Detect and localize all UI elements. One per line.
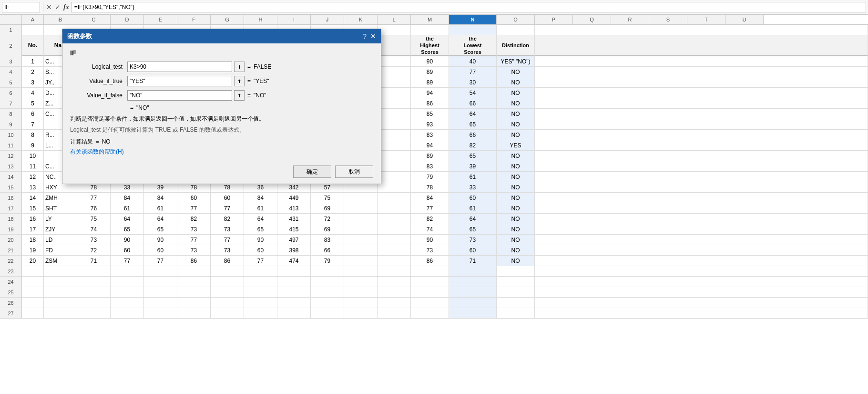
dialog-help-title-icon[interactable]: ? xyxy=(363,32,367,40)
logical-test-label: Logical_test xyxy=(70,63,127,70)
dialog-description: 判断是否满足某个条件，如果满足返回一个值，如果不满足则返回另一个值。 Logic… xyxy=(70,115,373,134)
calc-result-value: NO xyxy=(102,138,111,145)
dialog-help-link[interactable]: 有关该函数的帮助(H) xyxy=(70,148,124,155)
final-result-equals: = xyxy=(127,104,136,111)
dialog-footer: 确定 取消 xyxy=(62,162,381,184)
calc-result-row: 计算结果 ＝ NO xyxy=(70,138,373,146)
value-if-false-row: Value_if_false ⬆ = "NO" xyxy=(70,90,373,101)
value-if-true-row: Value_if_true ⬆ = "YES" xyxy=(70,76,373,86)
calc-result-label: 计算结果 ＝ xyxy=(70,138,100,145)
dialog-title-bar: 函数参数 ? ✕ xyxy=(62,29,381,43)
dialog-main-description-text: 判断是否满足某个条件，如果满足返回一个值，如果不满足则返回另一个值。 xyxy=(70,115,373,123)
value-if-false-collapse-btn[interactable]: ⬆ xyxy=(234,90,245,101)
final-result-row: = "NO" xyxy=(70,104,373,111)
value-if-true-result: "YES" xyxy=(254,78,269,84)
spreadsheet: IF ✕ ✓ fx A B C D E F G H I J K L M N O … xyxy=(0,0,868,394)
dialog-body: IF Logical_test ⬆ = FALSE Value_if_true xyxy=(62,43,381,162)
dialog-func-name: IF xyxy=(70,49,373,57)
dialog-confirm-button[interactable]: 确定 xyxy=(293,166,331,178)
value-if-false-result: "NO" xyxy=(254,92,266,99)
dialog-cancel-button[interactable]: 取消 xyxy=(335,166,373,178)
logical-test-input-wrap: ⬆ xyxy=(127,62,245,72)
value-if-false-input-wrap: ⬆ xyxy=(127,90,245,101)
logical-test-input[interactable] xyxy=(127,62,232,72)
logical-test-equals: = xyxy=(245,63,254,70)
function-arguments-dialog: 函数参数 ? ✕ IF Logical_test ⬆ = FALSE xyxy=(62,29,381,184)
dialog-param-description-text: Logical_test 是任何可能被计算为 TRUE 或 FALSE 的数值或… xyxy=(70,126,373,134)
dialog-overlay: 函数参数 ? ✕ IF Logical_test ⬆ = FALSE xyxy=(0,0,868,394)
value-if-true-equals: = xyxy=(245,78,254,84)
logical-test-result: FALSE xyxy=(254,63,271,70)
logical-test-collapse-btn[interactable]: ⬆ xyxy=(234,62,245,72)
value-if-false-equals: = xyxy=(245,92,254,99)
value-if-false-input[interactable] xyxy=(127,90,232,101)
dialog-title-icons: ? ✕ xyxy=(363,32,376,40)
value-if-true-label: Value_if_true xyxy=(70,78,127,84)
value-if-true-input[interactable] xyxy=(127,76,232,86)
final-result-wrap: = "NO" xyxy=(127,104,149,111)
final-result-value: "NO" xyxy=(136,104,149,111)
dialog-close-icon[interactable]: ✕ xyxy=(370,32,376,40)
value-if-false-label: Value_if_false xyxy=(70,92,127,99)
value-if-true-input-wrap: ⬆ xyxy=(127,76,245,86)
value-if-true-collapse-btn[interactable]: ⬆ xyxy=(234,76,245,86)
dialog-title: 函数参数 xyxy=(67,32,92,41)
logical-test-row: Logical_test ⬆ = FALSE xyxy=(70,62,373,72)
